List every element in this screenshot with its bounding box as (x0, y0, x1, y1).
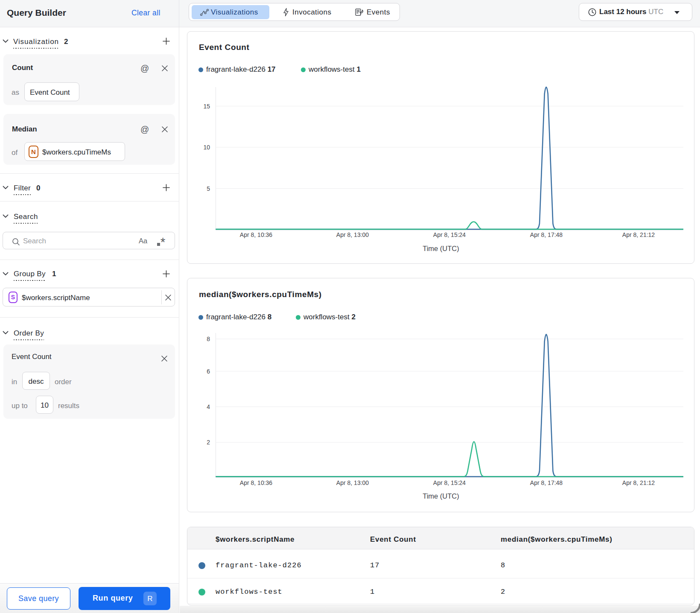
svg-text:4: 4 (207, 403, 210, 410)
svg-text:6: 6 (207, 368, 210, 375)
svg-text:Apr 8, 13:00: Apr 8, 13:00 (336, 231, 369, 238)
svg-text:Apr 8, 21:12: Apr 8, 21:12 (622, 479, 655, 486)
svg-text:Apr 8, 17:48: Apr 8, 17:48 (530, 231, 563, 238)
svg-text:Apr 8, 17:48: Apr 8, 17:48 (530, 479, 563, 486)
svg-text:Apr 8, 15:24: Apr 8, 15:24 (433, 231, 466, 238)
svg-text:Time (UTC): Time (UTC) (423, 245, 459, 252)
svg-text:2: 2 (207, 439, 210, 446)
svg-text:10: 10 (203, 144, 210, 151)
svg-text:Apr 8, 15:24: Apr 8, 15:24 (433, 479, 466, 486)
svg-text:Apr 8, 10:36: Apr 8, 10:36 (240, 479, 272, 486)
svg-text:Apr 8, 21:12: Apr 8, 21:12 (622, 231, 655, 238)
svg-text:Time (UTC): Time (UTC) (423, 492, 459, 500)
svg-text:5: 5 (207, 185, 210, 192)
svg-text:15: 15 (203, 103, 210, 110)
svg-text:Apr 8, 10:36: Apr 8, 10:36 (240, 231, 272, 238)
svg-text:8: 8 (207, 336, 210, 342)
svg-text:Apr 8, 13:00: Apr 8, 13:00 (336, 479, 369, 486)
